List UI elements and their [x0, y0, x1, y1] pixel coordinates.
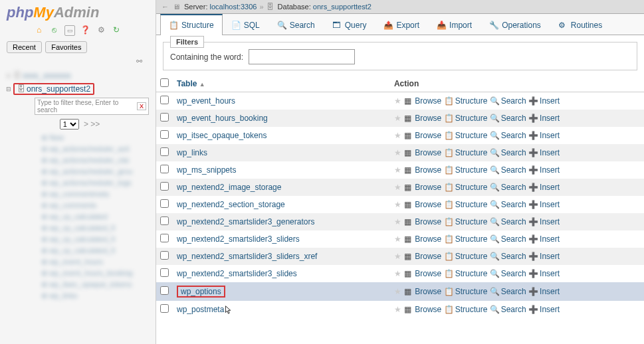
insert-link[interactable]: Insert: [540, 148, 560, 157]
favorite-star-icon[interactable]: ★: [394, 287, 401, 296]
refresh-icon[interactable]: ↻: [111, 25, 122, 36]
browse-link[interactable]: Browse: [415, 165, 441, 175]
exit-icon[interactable]: ⎋: [49, 25, 60, 36]
search-link[interactable]: Search: [501, 96, 526, 106]
favorite-star-icon[interactable]: ★: [394, 252, 401, 261]
favorite-star-icon[interactable]: ★: [394, 96, 401, 106]
recent-button[interactable]: Recent: [7, 41, 42, 53]
search-link[interactable]: Search: [501, 305, 526, 314]
subtree-item[interactable]: ⊕ wp_actionscheduler_grou: [41, 166, 156, 177]
insert-link[interactable]: Insert: [540, 96, 560, 106]
favorite-star-icon[interactable]: ★: [394, 200, 401, 209]
collapse-icon[interactable]: ⊟: [4, 86, 13, 92]
collapse-sidebar-icon[interactable]: ←: [161, 3, 169, 11]
insert-link[interactable]: Insert: [540, 252, 560, 261]
browse-link[interactable]: Browse: [415, 305, 441, 314]
favorite-star-icon[interactable]: ★: [394, 131, 401, 140]
browse-link[interactable]: Browse: [415, 183, 441, 192]
row-checkbox[interactable]: [160, 268, 169, 277]
structure-link[interactable]: Structure: [455, 269, 488, 278]
structure-link[interactable]: Structure: [455, 96, 488, 106]
structure-link[interactable]: Structure: [455, 183, 488, 192]
subtree-item[interactable]: ⊕ wp_actionscheduler_logs: [41, 177, 156, 189]
subtree-item[interactable]: ⊕ wp_actionscheduler_acti: [41, 143, 156, 155]
favorite-star-icon[interactable]: ★: [394, 148, 401, 157]
favorite-star-icon[interactable]: ★: [394, 234, 401, 244]
subtree-item[interactable]: ⊕ New: [41, 132, 156, 143]
favorite-star-icon[interactable]: ★: [394, 183, 401, 192]
table-name-link[interactable]: wp_event_hours_booking: [177, 114, 268, 123]
filter-clear-button[interactable]: X: [137, 102, 146, 110]
subtree-item[interactable]: ⊕ wp_cp_calculated: [41, 211, 156, 222]
checkall-checkbox[interactable]: [160, 78, 169, 87]
subtree-item[interactable]: ⊕ wp_cp_calculated_fi: [41, 245, 156, 256]
tree-node[interactable]: ⊕🗄xxxx_xxxxxxx: [4, 70, 156, 82]
tab-export[interactable]: 📤Export: [375, 14, 428, 35]
subtree-item[interactable]: ⊕ wp_commentmeta: [41, 189, 156, 200]
tab-routines[interactable]: ⚙Routines: [550, 14, 611, 35]
table-name-link[interactable]: wp_nextend2_image_storage: [177, 183, 281, 192]
subtree-item[interactable]: ⊕ wp_actionscheduler_clai: [41, 155, 156, 166]
settings-icon[interactable]: ⚙: [96, 25, 106, 36]
browse-link[interactable]: Browse: [415, 114, 441, 123]
tab-operations[interactable]: 🔧Operations: [481, 14, 550, 35]
insert-link[interactable]: Insert: [540, 269, 560, 278]
browse-link[interactable]: Browse: [415, 252, 441, 261]
search-link[interactable]: Search: [501, 269, 526, 278]
row-checkbox[interactable]: [160, 234, 169, 242]
row-checkbox[interactable]: [160, 130, 169, 139]
favorite-star-icon[interactable]: ★: [394, 165, 401, 175]
insert-link[interactable]: Insert: [540, 165, 560, 175]
table-name-link[interactable]: wp_options: [177, 286, 225, 298]
insert-link[interactable]: Insert: [540, 200, 560, 209]
link-icon[interactable]: ⚯: [0, 56, 156, 67]
row-checkbox[interactable]: [160, 147, 169, 156]
subtree-item[interactable]: ⊕ wp_links: [41, 290, 156, 301]
table-name-link[interactable]: wp_ms_snippets: [177, 165, 236, 175]
favorite-star-icon[interactable]: ★: [394, 217, 401, 226]
page-select[interactable]: 1: [60, 119, 79, 129]
insert-link[interactable]: Insert: [540, 217, 560, 226]
row-checkbox[interactable]: [160, 304, 169, 313]
tab-sql[interactable]: 📄SQL: [223, 14, 268, 35]
table-name-link[interactable]: wp_nextend2_smartslider3_sliders: [177, 234, 300, 244]
subtree-item[interactable]: ⊕ wp_comments: [41, 200, 156, 211]
insert-link[interactable]: Insert: [540, 131, 560, 140]
tree-filter[interactable]: Type to filter these, Enter to search X: [35, 98, 149, 115]
search-link[interactable]: Search: [501, 165, 526, 175]
structure-link[interactable]: Structure: [455, 234, 488, 244]
structure-link[interactable]: Structure: [455, 305, 488, 314]
row-checkbox[interactable]: [160, 165, 169, 173]
search-link[interactable]: Search: [501, 234, 526, 244]
browse-link[interactable]: Browse: [415, 148, 441, 157]
pager-next[interactable]: > >>: [84, 120, 100, 129]
favorites-button[interactable]: Favorites: [45, 41, 87, 53]
search-link[interactable]: Search: [501, 200, 526, 209]
structure-link[interactable]: Structure: [455, 200, 488, 209]
row-checkbox[interactable]: [160, 96, 169, 104]
table-name-link[interactable]: wp_nextend2_smartslider3_sliders_xref: [177, 252, 317, 261]
row-checkbox[interactable]: [160, 286, 169, 295]
tab-query[interactable]: 🗔Query: [324, 14, 376, 35]
row-checkbox[interactable]: [160, 199, 169, 208]
structure-link[interactable]: Structure: [455, 287, 488, 296]
server-link[interactable]: localhost:3306: [210, 3, 257, 11]
browse-link[interactable]: Browse: [415, 269, 441, 278]
structure-link[interactable]: Structure: [455, 114, 488, 123]
subtree-item[interactable]: ⊕ wp_event_hours_booking: [41, 268, 156, 279]
search-link[interactable]: Search: [501, 148, 526, 157]
table-header-sort[interactable]: Table ▲: [177, 79, 205, 88]
row-checkbox[interactable]: [160, 113, 169, 122]
search-link[interactable]: Search: [501, 183, 526, 192]
browse-link[interactable]: Browse: [415, 217, 441, 226]
favorite-star-icon[interactable]: ★: [394, 269, 401, 278]
structure-link[interactable]: Structure: [455, 252, 488, 261]
table-name-link[interactable]: wp_nextend2_section_storage: [177, 200, 285, 209]
table-name-link[interactable]: wp_links: [177, 148, 207, 157]
insert-link[interactable]: Insert: [540, 305, 560, 314]
search-link[interactable]: Search: [501, 114, 526, 123]
structure-link[interactable]: Structure: [455, 217, 488, 226]
table-name-link[interactable]: wp_postmeta: [177, 305, 224, 314]
browse-link[interactable]: Browse: [415, 287, 441, 296]
tab-structure[interactable]: 📋Structure: [160, 14, 223, 35]
